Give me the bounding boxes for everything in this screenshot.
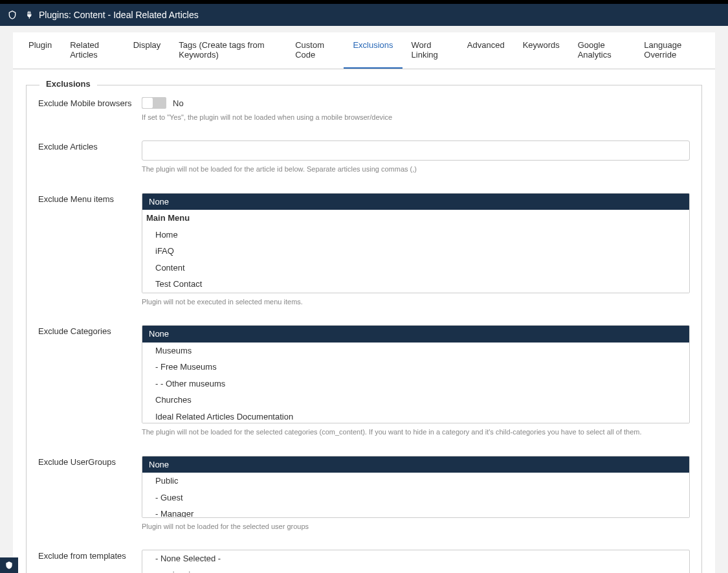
list-item[interactable]: None xyxy=(142,326,689,343)
header-bar: Plugins: Content - Ideal Related Article… xyxy=(0,4,728,26)
help-exclude-mobile: If set to "Yes", the plugin will not be … xyxy=(142,113,690,122)
listbox-exclude-usergroups[interactable]: NonePublic- Guest- Manager- - Administra… xyxy=(142,456,690,518)
list-item[interactable]: - Manager xyxy=(142,506,689,518)
list-item[interactable]: cassiopeia xyxy=(142,567,689,573)
tab-advanced[interactable]: Advanced xyxy=(458,32,514,69)
list-item[interactable]: - Guest xyxy=(142,489,689,506)
exclusions-fieldset: Exclusions Exclude Mobile browsers No If… xyxy=(26,85,702,573)
list-item[interactable]: Churches xyxy=(142,392,689,409)
label-exclude-articles: Exclude Articles xyxy=(38,140,142,174)
help-exclude-menu: Plugin will not be executed in selected … xyxy=(142,297,690,307)
list-item[interactable]: Test Contact xyxy=(142,276,689,293)
list-item[interactable]: Ideal Related Articles Documentation xyxy=(142,409,689,424)
listbox-exclude-categories[interactable]: NoneMuseums- Free Museums- - Other museu… xyxy=(142,325,690,423)
list-item[interactable]: iFAQ xyxy=(142,243,689,260)
listbox-exclude-menu[interactable]: NoneMain MenuHomeiFAQContentTest Contact… xyxy=(142,193,690,293)
tab-google-analytics[interactable]: Google Analytics xyxy=(569,32,635,69)
help-exclude-categories: The plugin will not be loaded for the se… xyxy=(142,427,690,437)
label-exclude-categories: Exclude Categories xyxy=(38,325,142,437)
help-exclude-usergroups: Plugin will not be loaded for the select… xyxy=(142,522,690,532)
list-item[interactable]: Home xyxy=(142,227,689,243)
joomla-icon[interactable] xyxy=(6,9,18,21)
tab-word-linking[interactable]: Word Linking xyxy=(403,32,458,69)
plug-icon xyxy=(25,10,34,19)
tab-bar: PluginRelated ArticlesDisplayTags (Creat… xyxy=(13,32,715,69)
tab-exclusions[interactable]: Exclusions xyxy=(344,32,402,69)
tab-keywords[interactable]: Keywords xyxy=(514,32,569,69)
tab-tags-create-tags-from-keywords-[interactable]: Tags (Create tags from Keywords) xyxy=(170,32,286,69)
tab-language-override[interactable]: Language Override xyxy=(635,32,709,69)
list-item[interactable]: Public xyxy=(142,473,689,489)
toggle-exclude-mobile[interactable] xyxy=(142,97,166,109)
input-exclude-articles[interactable] xyxy=(142,140,690,161)
fieldset-legend: Exclusions xyxy=(39,79,97,89)
list-item[interactable]: - None Selected - xyxy=(142,550,689,567)
list-item[interactable]: - Free Museums xyxy=(142,359,689,376)
list-item[interactable]: CE Categories Contacts xyxy=(142,293,689,293)
list-item[interactable]: None xyxy=(142,456,689,473)
list-item[interactable]: Main Menu xyxy=(142,210,689,227)
list-item[interactable]: Content xyxy=(142,260,689,276)
tab-plugin[interactable]: Plugin xyxy=(19,32,61,69)
label-exclude-mobile: Exclude Mobile browsers xyxy=(38,97,142,122)
label-exclude-templates: Exclude from templates xyxy=(38,550,142,573)
label-exclude-usergroups: Exclude UserGroups xyxy=(38,456,142,532)
bottom-joomla-icon[interactable] xyxy=(0,557,18,573)
page-title: Plugins: Content - Ideal Related Article… xyxy=(39,10,199,20)
help-exclude-articles: The plugin will not be loaded for the ar… xyxy=(142,164,690,174)
toggle-value: No xyxy=(173,98,184,108)
list-item[interactable]: - - Other museums xyxy=(142,376,689,392)
label-exclude-menu: Exclude Menu items xyxy=(38,193,142,307)
list-item[interactable]: None xyxy=(142,194,689,210)
listbox-exclude-templates[interactable]: - None Selected -cassiopeiaja_purity_iv xyxy=(142,550,690,573)
list-item[interactable]: Museums xyxy=(142,343,689,359)
tab-custom-code[interactable]: Custom Code xyxy=(286,32,344,69)
tab-display[interactable]: Display xyxy=(124,32,170,69)
tab-related-articles[interactable]: Related Articles xyxy=(61,32,124,69)
